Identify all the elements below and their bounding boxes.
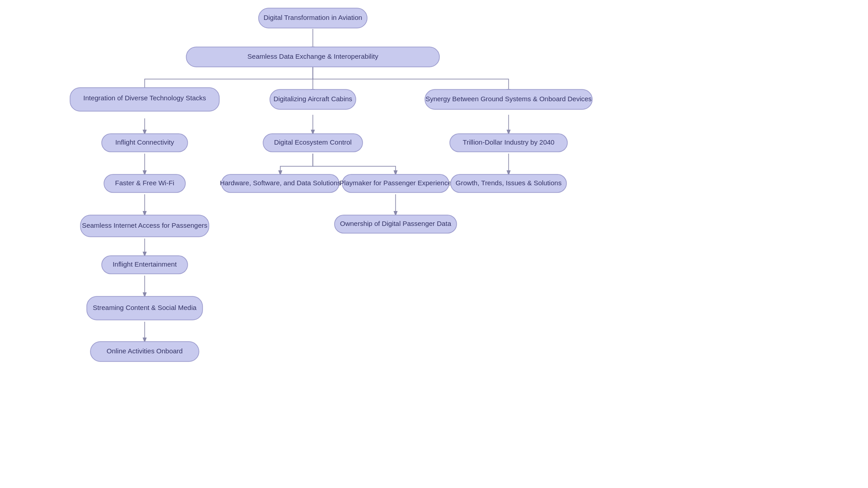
node-streaming-label: Streaming Content & Social Media [93,304,197,311]
node-trillion-label: Trillion-Dollar Industry by 2040 [463,138,555,146]
arrow-digEco-playmaker [313,154,396,174]
node-digEco-label: Digital Ecosystem Control [274,138,352,146]
node-ownership-label: Ownership of Digital Passenger Data [340,220,452,227]
node-center-label: Digitalizing Aircraft Cabins [274,95,352,103]
node-inflightConn-label: Inflight Connectivity [115,138,175,146]
node-playmaker-label: Playmaker for Passenger Experience [340,179,452,187]
node-seamlessInternet-label: Seamless Internet Access for Passengers [82,221,208,229]
arrow-digEco-hardware [280,154,313,174]
node-level1-label: Seamless Data Exchange & Interoperabilit… [247,52,378,60]
node-fasterWifi-label: Faster & Free Wi-Fi [115,179,175,187]
node-inflightEnt-label: Inflight Entertainment [113,260,177,268]
node-left-label: Integration of Diverse Technology Stacks [83,94,206,102]
node-hardware-label: Hardware, Software, and Data Solutions [220,179,341,187]
node-online-label: Online Activities Onboard [107,347,183,355]
node-growth-label: Growth, Trends, Issues & Solutions [456,179,561,187]
node-right-label: Synergy Between Ground Systems & Onboard… [425,95,592,103]
node-root-label: Digital Transformation in Aviation [264,14,362,21]
